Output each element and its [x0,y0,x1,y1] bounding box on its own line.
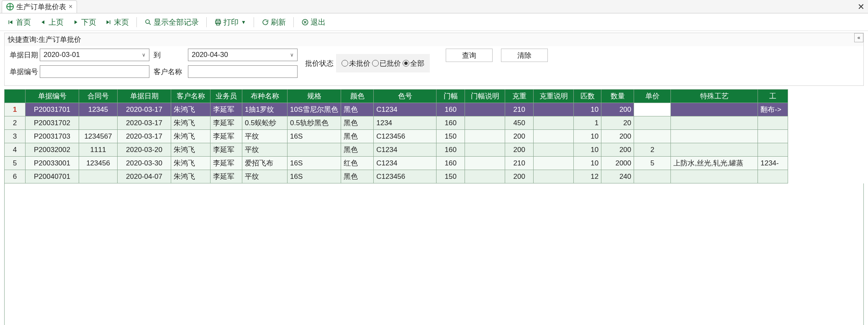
cell[interactable] [671,103,758,116]
cell[interactable]: 20 [601,116,634,130]
cell[interactable]: 10 [574,143,601,157]
cell[interactable]: C1234 [374,143,437,157]
tab-close-icon[interactable]: × [69,3,72,10]
cell[interactable]: 1111 [79,143,118,157]
tab-active[interactable]: 生产订单批价表 × [2,0,77,13]
cell[interactable] [79,170,118,183]
cell[interactable]: 平纹 [242,143,288,157]
next-page-button[interactable]: 下页 [69,15,100,29]
cell[interactable]: 200 [505,143,534,157]
cell[interactable]: 2020-04-07 [118,170,171,183]
cell[interactable]: 150 [437,130,465,143]
cell[interactable]: 450 [505,116,534,130]
show-all-button[interactable]: 显示全部记录 [141,15,202,29]
cell[interactable]: 150 [437,170,465,183]
cell[interactable]: 红色 [341,157,374,170]
cell[interactable]: 1抽1罗纹 [242,103,288,116]
cell[interactable]: 李延军 [211,116,242,130]
cell[interactable]: C1234 [374,157,437,170]
row-number[interactable]: 2 [5,116,26,130]
cell[interactable]: C123456 [374,130,437,143]
cell[interactable] [534,170,574,183]
column-header[interactable]: 布种名称 [242,90,288,103]
chevron-down-icon[interactable]: ∨ [290,52,294,58]
table-row[interactable]: 1P20031701123452020-03-17朱鸿飞李延军1抽1罗纹10S雪… [5,103,788,116]
cell[interactable]: 李延军 [211,103,242,116]
print-button[interactable]: 打印 ▼ [211,15,249,29]
docno-input[interactable] [40,65,149,78]
cell[interactable]: 0.5蜈蚣纱 [242,116,288,130]
cell[interactable] [465,170,505,183]
cell[interactable] [534,103,574,116]
table-row[interactable]: 5P200330011234562020-03-30朱鸿飞李延军爱招飞布16S红… [5,157,788,170]
column-header[interactable]: 门幅说明 [465,90,505,103]
collapse-button[interactable]: « [854,33,863,42]
cell[interactable]: 黑色 [341,170,374,183]
cell[interactable] [671,143,758,157]
row-number[interactable]: 3 [5,130,26,143]
cell[interactable]: 5 [634,157,671,170]
cell[interactable]: 16S [288,170,341,183]
cell[interactable] [465,143,505,157]
radio-unpriced[interactable]: 未批价 [342,59,370,68]
date-to-input[interactable]: 2020-04-30 ∨ [188,49,298,61]
row-number[interactable]: 4 [5,143,26,157]
cell[interactable]: 平纹 [242,130,288,143]
column-header[interactable]: 数量 [601,90,634,103]
cell[interactable]: 1 [574,116,601,130]
cell[interactable]: P20031703 [26,130,79,143]
cell[interactable]: 2020-03-30 [118,157,171,170]
cell[interactable]: 2 [634,143,671,157]
column-header[interactable]: 门幅 [437,90,465,103]
cell[interactable] [634,103,671,116]
cell[interactable]: 1234 [374,116,437,130]
cell[interactable]: P20031701 [26,103,79,116]
cell[interactable]: 0.5轨纱黑色 [288,116,341,130]
clear-button[interactable]: 清除 [501,49,548,62]
column-header[interactable]: 单价 [634,90,671,103]
cell[interactable]: 黑色 [341,130,374,143]
prev-page-button[interactable]: 上页 [36,15,67,29]
cell[interactable]: 2020-03-17 [118,116,171,130]
cell[interactable]: 10 [574,103,601,116]
table-row[interactable]: 6P200407012020-04-07朱鸿飞李延军平纹16S黑色C123456… [5,170,788,183]
column-header[interactable]: 客户名称 [171,90,211,103]
cell[interactable]: 10 [574,130,601,143]
cell[interactable]: 1234- [758,157,788,170]
first-page-button[interactable]: 首页 [3,15,34,29]
cell[interactable]: 240 [601,170,634,183]
radio-priced[interactable]: 已批价 [372,59,401,68]
column-header[interactable]: 颜色 [341,90,374,103]
cell[interactable]: 朱鸿飞 [171,143,211,157]
cell[interactable]: 黑色 [341,103,374,116]
cell[interactable]: 爱招飞布 [242,157,288,170]
cell[interactable]: 1234567 [79,130,118,143]
cell[interactable]: 2020-03-20 [118,143,171,157]
chevron-down-icon[interactable]: ∨ [142,52,146,58]
column-header[interactable]: 工 [758,90,788,103]
cell[interactable]: 李延军 [211,143,242,157]
cell[interactable]: 200 [601,143,634,157]
cell[interactable]: P20031702 [26,116,79,130]
cell[interactable] [758,116,788,130]
cell[interactable]: 李延军 [211,170,242,183]
cell[interactable] [465,103,505,116]
chevron-down-icon[interactable]: ▼ [241,19,246,25]
cell[interactable]: P20032002 [26,143,79,157]
row-number[interactable]: 1 [5,103,26,116]
cell[interactable]: 10S雪尼尔黑色 [288,103,341,116]
cell[interactable] [634,170,671,183]
cell[interactable] [534,157,574,170]
refresh-button[interactable]: 刷新 [258,15,289,29]
cell[interactable]: 上防水,丝光,轧光,罐蒸 [671,157,758,170]
cell[interactable] [534,143,574,157]
table-row[interactable]: 2P200317022020-03-17朱鸿飞李延军0.5蜈蚣纱0.5轨纱黑色黑… [5,116,788,130]
cell[interactable]: P20040701 [26,170,79,183]
cell[interactable]: 2020-03-17 [118,130,171,143]
radio-all[interactable]: 全部 [403,59,424,68]
cell[interactable]: 李延军 [211,130,242,143]
cell[interactable]: 200 [505,130,534,143]
cell[interactable]: 123456 [79,157,118,170]
column-header[interactable]: 匹数 [574,90,601,103]
cell[interactable]: C1234 [374,103,437,116]
